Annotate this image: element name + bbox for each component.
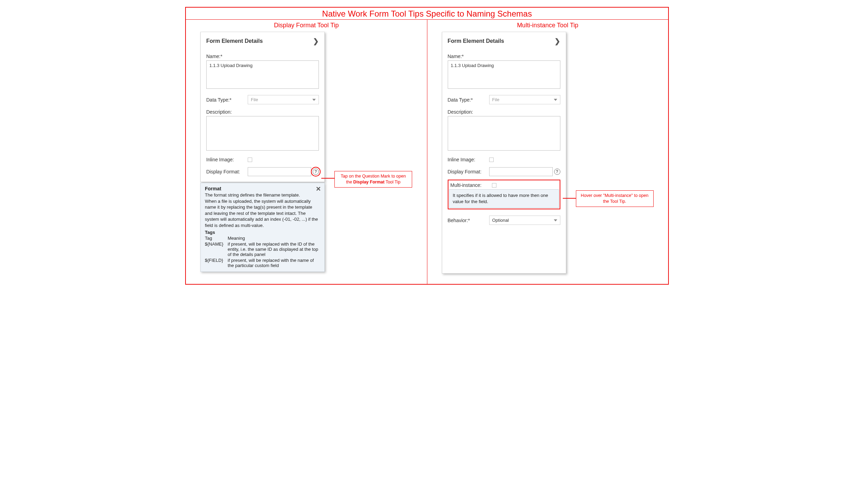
tag-header-col2: Meaning bbox=[228, 236, 320, 241]
datatype-field: Data Type:* File bbox=[448, 95, 560, 104]
datatype-label: Data Type:* bbox=[206, 97, 244, 103]
name-field: Name:* bbox=[206, 54, 319, 90]
panel-title: Form Element Details bbox=[448, 38, 504, 44]
tag-meaning: if present, will be replaced with the ID… bbox=[228, 241, 320, 257]
inline-image-field: Inline Image: bbox=[206, 157, 319, 162]
tags-header-row: Tag Meaning bbox=[205, 236, 320, 241]
outer-frame: Native Work Form Tool Tips Specific to N… bbox=[185, 7, 669, 285]
tag-header-col1: Tag bbox=[205, 236, 228, 241]
inline-image-label: Inline Image: bbox=[448, 157, 486, 162]
name-input[interactable] bbox=[448, 60, 560, 89]
datatype-label: Data Type:* bbox=[448, 97, 486, 103]
multi-instance-field: Multi-instance: bbox=[449, 182, 559, 188]
right-column-title: Multi-instance Tool Tip bbox=[431, 22, 665, 29]
form-panel-left: Form Element Details ❯ Name:* Data Type:… bbox=[200, 32, 325, 182]
description-label: Description: bbox=[206, 109, 319, 115]
description-field: Description: bbox=[206, 109, 319, 152]
callout-text: Hover over "Multi-instance" to open the … bbox=[581, 193, 648, 204]
tag-row: ${NAME} if present, will be replaced wit… bbox=[205, 241, 320, 257]
callout-connector bbox=[563, 198, 576, 199]
callout-text-post: Tool Tip bbox=[385, 180, 400, 184]
question-mark-icon[interactable]: ? bbox=[313, 169, 319, 175]
main-title: Native Work Form Tool Tips Specific to N… bbox=[186, 8, 668, 19]
panel-header: Form Element Details ❯ bbox=[201, 32, 324, 49]
datatype-value: File bbox=[251, 97, 258, 102]
display-format-input[interactable] bbox=[248, 167, 311, 176]
inline-image-label: Inline Image: bbox=[206, 157, 244, 162]
panel-header: Form Element Details ❯ bbox=[442, 32, 566, 49]
tags-table: Tag Meaning ${NAME} if present, will be … bbox=[205, 236, 320, 268]
multi-instance-checkbox[interactable] bbox=[492, 183, 496, 188]
left-column-title: Display Format Tool Tip bbox=[189, 22, 424, 29]
display-format-wrap: ? bbox=[248, 167, 319, 176]
name-label: Name:* bbox=[448, 54, 560, 59]
tag-name: ${NAME} bbox=[205, 241, 228, 247]
tags-heading: Tags bbox=[205, 230, 320, 235]
display-format-wrap: ? bbox=[489, 167, 560, 176]
description-input[interactable] bbox=[448, 116, 560, 151]
chevron-down-icon bbox=[312, 99, 316, 101]
tooltip-title: Format bbox=[205, 186, 320, 191]
description-label: Description: bbox=[448, 109, 560, 115]
chevron-down-icon bbox=[554, 99, 557, 101]
left-column: Display Format Tool Tip Form Element Det… bbox=[186, 20, 427, 284]
display-format-label: Display Format: bbox=[448, 169, 486, 174]
multi-instance-label: Multi-instance: bbox=[450, 182, 488, 188]
datatype-value: File bbox=[492, 97, 500, 102]
close-icon[interactable]: ✕ bbox=[316, 185, 321, 193]
name-input[interactable] bbox=[206, 60, 319, 89]
description-input[interactable] bbox=[206, 116, 319, 151]
panel-title: Form Element Details bbox=[206, 38, 263, 44]
callout-text-bold: Display Format bbox=[353, 180, 385, 184]
datatype-select[interactable]: File bbox=[248, 95, 319, 104]
behavior-field: Behavior:* Optional bbox=[448, 216, 560, 225]
tooltip-body: The format string defines the filename t… bbox=[205, 192, 320, 228]
display-format-input[interactable] bbox=[489, 167, 553, 176]
multi-instance-highlight: Multi-instance: It specifies if it is al… bbox=[448, 180, 560, 209]
panel-body: Name:* Data Type:* File Description: bbox=[442, 54, 566, 230]
tag-meaning: if present, will be replaced with the na… bbox=[228, 258, 320, 268]
name-field: Name:* bbox=[448, 54, 560, 90]
description-field: Description: bbox=[448, 109, 560, 152]
question-mark-icon[interactable]: ? bbox=[554, 169, 560, 175]
multi-instance-tooltip: It specifies if it is allowed to have mo… bbox=[449, 189, 559, 208]
inline-image-checkbox[interactable] bbox=[489, 158, 494, 162]
display-format-field: Display Format: ? bbox=[448, 167, 560, 176]
tag-name: ${FIELD} bbox=[205, 258, 228, 263]
chevron-down-icon bbox=[554, 219, 557, 221]
datatype-select[interactable]: File bbox=[489, 95, 560, 104]
callout-right: Hover over "Multi-instance" to open the … bbox=[576, 190, 654, 207]
panel-body: Name:* Data Type:* File Description: bbox=[201, 54, 324, 182]
behavior-select[interactable]: Optional bbox=[489, 216, 560, 225]
chevron-right-icon[interactable]: ❯ bbox=[554, 37, 560, 45]
chevron-right-icon[interactable]: ❯ bbox=[313, 37, 319, 45]
right-column: Multi-instance Tool Tip Form Element Det… bbox=[427, 20, 668, 284]
format-tooltip: ✕ Format The format string defines the f… bbox=[200, 183, 325, 272]
callout-left: Tap on the Question Mark to open the Dis… bbox=[334, 171, 412, 188]
display-format-field: Display Format: ? bbox=[206, 167, 319, 176]
behavior-value: Optional bbox=[492, 218, 509, 223]
inline-image-field: Inline Image: bbox=[448, 157, 560, 162]
tag-row: ${FIELD} if present, will be replaced wi… bbox=[205, 258, 320, 268]
columns: Display Format Tool Tip Form Element Det… bbox=[186, 19, 668, 284]
display-format-label: Display Format: bbox=[206, 169, 244, 174]
name-label: Name:* bbox=[206, 54, 319, 59]
inline-image-checkbox[interactable] bbox=[248, 158, 252, 162]
callout-connector bbox=[321, 178, 334, 179]
behavior-label: Behavior:* bbox=[448, 218, 486, 223]
form-panel-right: Form Element Details ❯ Name:* Data Type:… bbox=[442, 32, 566, 274]
red-highlight-circle bbox=[311, 167, 321, 177]
datatype-field: Data Type:* File bbox=[206, 95, 319, 104]
